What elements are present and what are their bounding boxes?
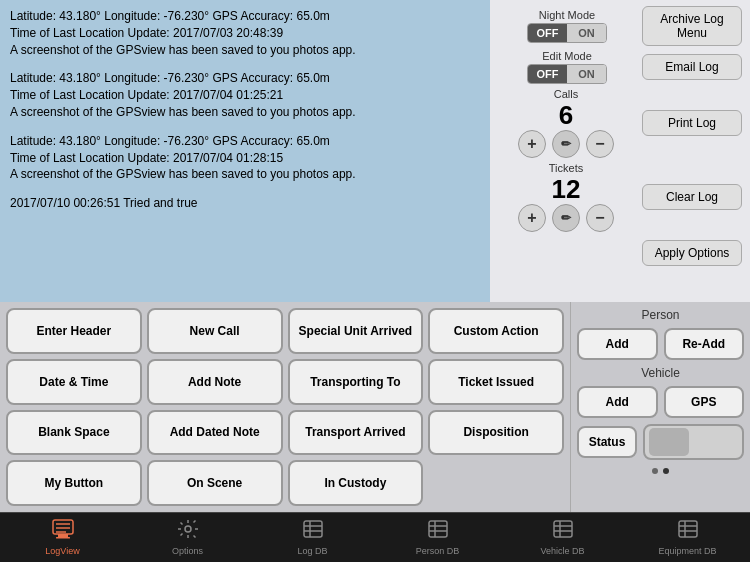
vehicle-row: Add GPS xyxy=(577,386,744,418)
date-time-button[interactable]: Date & Time xyxy=(6,359,142,405)
on-scene-button[interactable]: On Scene xyxy=(147,460,283,506)
options-icon xyxy=(177,519,199,544)
gps-button[interactable]: GPS xyxy=(664,386,745,418)
log-line: A screenshot of the GPSview has been sav… xyxy=(10,166,480,183)
calls-decrement[interactable]: − xyxy=(586,130,614,158)
vehicle-add-button[interactable]: Add xyxy=(577,386,658,418)
tab-equipmentdb[interactable]: Equipment DB xyxy=(625,513,750,562)
tab-persondb-label: Person DB xyxy=(416,546,460,556)
person-label: Person xyxy=(577,308,744,322)
tab-vehicledb[interactable]: Vehicle DB xyxy=(500,513,625,562)
main-area: Latitude: 43.180° Longitude: -76.230° GP… xyxy=(0,0,750,302)
ticket-issued-button[interactable]: Ticket Issued xyxy=(428,359,564,405)
log-area: Latitude: 43.180° Longitude: -76.230° GP… xyxy=(0,0,490,302)
special-unit-arrived-button[interactable]: Special Unit Arrived xyxy=(288,308,424,354)
log-line: Time of Last Location Update: 2017/07/03… xyxy=(10,25,480,42)
status-slider[interactable] xyxy=(643,424,744,460)
tickets-value: 12 xyxy=(552,176,581,202)
person-row: Add Re-Add xyxy=(577,328,744,360)
edit-mode-on[interactable]: ON xyxy=(567,65,606,83)
in-custody-button[interactable]: In Custody xyxy=(288,460,424,506)
bottom-panel: Enter Header New Call Special Unit Arriv… xyxy=(0,302,750,512)
custom-action-button[interactable]: Custom Action xyxy=(428,308,564,354)
log-entry: Latitude: 43.180° Longitude: -76.230° GP… xyxy=(10,8,480,58)
svg-rect-5 xyxy=(56,537,70,539)
log-line: Latitude: 43.180° Longitude: -76.230° GP… xyxy=(10,70,480,87)
tab-logview[interactable]: LogView xyxy=(0,513,125,562)
svg-rect-7 xyxy=(304,521,322,537)
tab-equipmentdb-label: Equipment DB xyxy=(658,546,716,556)
side-panel: Person Add Re-Add Vehicle Add GPS Status xyxy=(570,302,750,512)
tab-options-label: Options xyxy=(172,546,203,556)
vehicle-label: Vehicle xyxy=(577,366,744,380)
night-mode-label: Night Mode xyxy=(539,9,595,21)
night-mode-row: Night Mode OFF ON Archive Log Menu xyxy=(498,6,742,46)
night-mode-toggle[interactable]: OFF ON xyxy=(527,23,607,43)
calls-value: 6 xyxy=(559,102,573,128)
archive-log-menu-button[interactable]: Archive Log Menu xyxy=(642,6,742,46)
calls-increment[interactable]: + xyxy=(518,130,546,158)
enter-header-button[interactable]: Enter Header xyxy=(6,308,142,354)
log-line: Time of Last Location Update: 2017/07/04… xyxy=(10,150,480,167)
edit-mode-row: Edit Mode OFF ON Email Log xyxy=(498,50,742,84)
tickets-increment[interactable]: + xyxy=(518,204,546,232)
apply-options-button[interactable]: Apply Options xyxy=(642,240,742,266)
log-entry: Latitude: 43.180° Longitude: -76.230° GP… xyxy=(10,70,480,120)
print-log-button[interactable]: Print Log xyxy=(642,110,742,136)
log-entry: Latitude: 43.180° Longitude: -76.230° GP… xyxy=(10,133,480,183)
log-line: Time of Last Location Update: 2017/07/04… xyxy=(10,87,480,104)
svg-rect-19 xyxy=(679,521,697,537)
logview-icon xyxy=(52,519,74,544)
calls-edit[interactable]: ✏ xyxy=(552,130,580,158)
empty-cell xyxy=(428,460,564,506)
tab-persondb[interactable]: Person DB xyxy=(375,513,500,562)
calls-controls: + ✏ − xyxy=(518,130,614,158)
dot-indicator xyxy=(577,466,744,476)
svg-point-6 xyxy=(185,526,191,532)
log-line: A screenshot of the GPSview has been sav… xyxy=(10,42,480,59)
logdb-icon xyxy=(302,519,324,544)
tab-logdb[interactable]: Log DB xyxy=(250,513,375,562)
log-line: Latitude: 43.180° Longitude: -76.230° GP… xyxy=(10,8,480,25)
tab-logdb-label: Log DB xyxy=(297,546,327,556)
calls-label: Calls xyxy=(554,88,578,100)
log-line: 2017/07/10 00:26:51 Tried and true xyxy=(10,195,480,212)
tickets-decrement[interactable]: − xyxy=(586,204,614,232)
transport-arrived-button[interactable]: Transport Arrived xyxy=(288,410,424,456)
status-row: Status xyxy=(577,424,744,460)
dot xyxy=(652,468,658,474)
calls-section: Calls 6 + ✏ − xyxy=(498,88,634,158)
clear-log-button[interactable]: Clear Log xyxy=(642,184,742,210)
dot-active xyxy=(663,468,669,474)
status-button[interactable]: Status xyxy=(577,426,637,458)
tab-options[interactable]: Options xyxy=(125,513,250,562)
edit-mode-toggle[interactable]: OFF ON xyxy=(527,64,607,84)
tickets-label: Tickets xyxy=(549,162,583,174)
blank-space-button[interactable]: Blank Space xyxy=(6,410,142,456)
tab-vehicledb-label: Vehicle DB xyxy=(540,546,584,556)
transporting-to-button[interactable]: Transporting To xyxy=(288,359,424,405)
add-note-button[interactable]: Add Note xyxy=(147,359,283,405)
person-re-add-button[interactable]: Re-Add xyxy=(664,328,745,360)
night-mode-off[interactable]: OFF xyxy=(528,24,567,42)
edit-mode-label: Edit Mode xyxy=(542,50,592,62)
svg-rect-11 xyxy=(429,521,447,537)
tab-logview-label: LogView xyxy=(45,546,79,556)
night-mode-on[interactable]: ON xyxy=(567,24,606,42)
tickets-section: Tickets 12 + ✏ − xyxy=(498,162,634,232)
log-entry: 2017/07/10 00:26:51 Tried and true xyxy=(10,195,480,212)
add-dated-note-button[interactable]: Add Dated Note xyxy=(147,410,283,456)
persondb-icon xyxy=(427,519,449,544)
slider-thumb xyxy=(649,428,689,456)
tickets-controls: + ✏ − xyxy=(518,204,614,232)
tickets-edit[interactable]: ✏ xyxy=(552,204,580,232)
disposition-button[interactable]: Disposition xyxy=(428,410,564,456)
edit-mode-off[interactable]: OFF xyxy=(528,65,567,83)
log-line: A screenshot of the GPSview has been sav… xyxy=(10,104,480,121)
new-call-button[interactable]: New Call xyxy=(147,308,283,354)
log-line: Latitude: 43.180° Longitude: -76.230° GP… xyxy=(10,133,480,150)
my-button[interactable]: My Button xyxy=(6,460,142,506)
person-add-button[interactable]: Add xyxy=(577,328,658,360)
email-log-button[interactable]: Email Log xyxy=(642,54,742,80)
svg-rect-15 xyxy=(554,521,572,537)
